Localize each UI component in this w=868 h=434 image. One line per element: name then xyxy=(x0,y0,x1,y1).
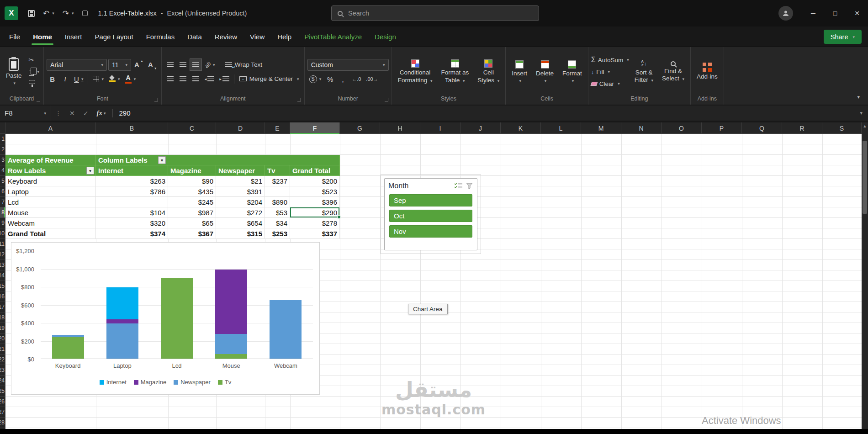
row-header-3[interactable]: 3 xyxy=(0,155,5,165)
pivot-cell[interactable]: $90 xyxy=(168,176,216,186)
clipboard-dialog-launcher-icon[interactable] xyxy=(37,98,40,101)
align-center-button[interactable] xyxy=(177,73,189,85)
bar-mouse[interactable] xyxy=(215,270,247,359)
row-header-21[interactable]: 21 xyxy=(0,344,5,355)
number-format-select[interactable]: Custom▾ xyxy=(307,59,389,71)
redo-button[interactable]: ↷▾ xyxy=(63,9,74,18)
orientation-button[interactable]: ab▾ xyxy=(203,59,217,70)
tab-help[interactable]: Help xyxy=(271,26,298,47)
pivot-row-label[interactable]: Webcam xyxy=(5,218,96,228)
month-slicer[interactable]: Month SepOctNov xyxy=(384,178,477,250)
row-labels-filter-button[interactable]: ▾ xyxy=(86,167,94,175)
addins-button[interactable]: Add-ins xyxy=(693,62,721,81)
slicer-item-sep[interactable]: Sep xyxy=(389,194,472,206)
chart[interactable]: $0$200$400$600$800$1,000$1,200 KeyboardL… xyxy=(11,242,320,395)
clear-filter-button[interactable] xyxy=(466,183,473,190)
tab-review[interactable]: Review xyxy=(208,26,243,47)
row-header-7[interactable]: 7 xyxy=(0,197,5,207)
formula-input[interactable]: 290 xyxy=(115,109,855,117)
borders-button[interactable]: ▾ xyxy=(91,74,106,85)
fill-color-button[interactable]: ▾ xyxy=(107,74,122,85)
tab-pivottable-analyze[interactable]: PivotTable Analyze xyxy=(298,26,368,47)
column-header-G[interactable]: G xyxy=(340,122,380,134)
scrollbar-thumb[interactable] xyxy=(863,141,867,214)
tab-page-layout[interactable]: Page Layout xyxy=(88,26,139,47)
name-box-resize-handle[interactable]: ⋮ xyxy=(51,110,65,116)
merge-center-button[interactable]: ↔ Merge & Center ▾ xyxy=(237,73,302,85)
bar-lcd[interactable] xyxy=(161,278,193,359)
pivot-cell[interactable]: $337 xyxy=(290,228,340,239)
row-header-9[interactable]: 9 xyxy=(0,218,5,228)
column-header-D[interactable]: D xyxy=(216,122,265,134)
pivot-cell[interactable]: $290 xyxy=(290,207,340,218)
format-painter-button[interactable] xyxy=(27,79,41,89)
close-button[interactable]: ✕ xyxy=(846,0,868,26)
column-header-O[interactable]: O xyxy=(662,122,702,134)
row-header-12[interactable]: 12 xyxy=(0,249,5,260)
row-header-6[interactable]: 6 xyxy=(0,186,5,197)
cancel-formula-button[interactable]: ✕ xyxy=(65,106,79,121)
pivot-column-header-newspaper[interactable]: Newspaper xyxy=(216,165,265,176)
fill-button[interactable]: ↓Fill▾ xyxy=(591,67,629,77)
font-family-select[interactable]: Arial▾ xyxy=(47,59,107,71)
align-middle-button[interactable] xyxy=(177,59,189,70)
copy-button[interactable]: ▾ xyxy=(27,67,41,77)
column-header-H[interactable]: H xyxy=(380,122,420,134)
column-header-N[interactable]: N xyxy=(621,122,662,134)
percent-style-button[interactable]: % xyxy=(324,74,336,85)
pivot-row-label[interactable]: Grand Total xyxy=(5,228,96,239)
search-input[interactable]: Search xyxy=(331,5,539,21)
pivot-cell[interactable]: $654 xyxy=(216,218,265,228)
pivot-cell[interactable]: $391 xyxy=(216,186,265,197)
bold-button[interactable]: B xyxy=(47,74,58,85)
column-header-I[interactable]: I xyxy=(420,122,460,134)
multi-select-button[interactable] xyxy=(454,182,463,190)
column-header-Q[interactable]: Q xyxy=(742,122,782,134)
tab-insert[interactable]: Insert xyxy=(58,26,89,47)
avatar[interactable] xyxy=(778,6,793,21)
wrap-text-button[interactable]: Wrap Text xyxy=(223,59,265,70)
pivot-column-header-grand-total[interactable]: Grand Total xyxy=(290,165,340,176)
pivot-cell[interactable] xyxy=(96,197,168,207)
worksheet[interactable]: 1234567891011121314151617181920212223242… xyxy=(0,134,862,429)
column-header-A[interactable]: A xyxy=(5,122,96,134)
decrease-font-size-button[interactable]: A xyxy=(146,59,159,70)
column-header-R[interactable]: R xyxy=(782,122,822,134)
column-header-M[interactable]: M xyxy=(581,122,621,134)
enter-formula-button[interactable]: ✓ xyxy=(79,106,93,121)
align-left-button[interactable] xyxy=(164,73,176,85)
pivot-cell[interactable] xyxy=(265,186,290,197)
find-select-button[interactable]: Find &Select ▾ xyxy=(659,60,688,83)
tab-data[interactable]: Data xyxy=(181,26,208,47)
align-top-button[interactable] xyxy=(164,59,176,70)
row-header-28[interactable]: 28 xyxy=(0,418,5,428)
pivot-title-cell[interactable]: Average of Revenue xyxy=(5,155,96,165)
italic-button[interactable]: I xyxy=(59,74,71,85)
row-header-17[interactable]: 17 xyxy=(0,302,5,312)
bar-keyboard[interactable] xyxy=(52,335,84,359)
row-header-22[interactable]: 22 xyxy=(0,355,5,365)
accounting-format-button[interactable]: $▾ xyxy=(307,74,323,85)
insert-function-button[interactable]: fx▾ xyxy=(92,106,110,121)
row-header-27[interactable]: 27 xyxy=(0,407,5,418)
column-header-K[interactable]: K xyxy=(501,122,541,134)
underline-button[interactable]: U▾ xyxy=(72,74,85,85)
delete-cells-button[interactable]: Delete ▾ xyxy=(533,59,557,85)
alignment-dialog-launcher-icon[interactable] xyxy=(297,98,301,101)
column-header-C[interactable]: C xyxy=(168,122,216,134)
pivot-cell[interactable]: $374 xyxy=(96,228,168,239)
row-header-10[interactable]: 10 xyxy=(0,228,5,239)
row-header-11[interactable]: 11 xyxy=(0,239,5,249)
column-header-B[interactable]: B xyxy=(96,122,168,134)
column-header-J[interactable]: J xyxy=(460,122,501,134)
pivot-cell[interactable]: $435 xyxy=(168,186,216,197)
font-size-select[interactable]: 11▾ xyxy=(108,59,131,71)
row-header-5[interactable]: 5 xyxy=(0,176,5,186)
pivot-cell[interactable]: $237 xyxy=(265,176,290,186)
name-box[interactable]: F8 ▾ xyxy=(0,106,51,121)
row-header-24[interactable]: 24 xyxy=(0,376,5,386)
pivot-cell[interactable]: $320 xyxy=(96,218,168,228)
row-header-23[interactable]: 23 xyxy=(0,365,5,376)
cut-button[interactable]: ✂ xyxy=(27,55,41,65)
select-all-corner[interactable] xyxy=(0,122,5,133)
